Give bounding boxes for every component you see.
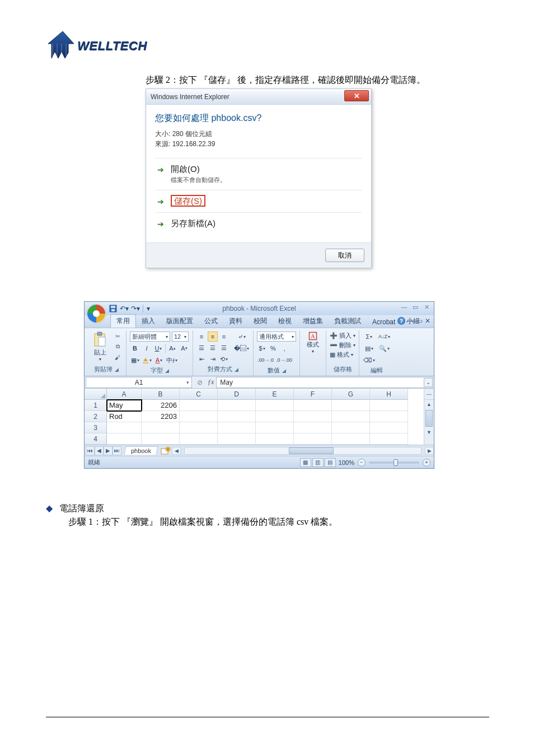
cell-e3[interactable] [256, 422, 294, 433]
cell-h4[interactable] [370, 433, 408, 445]
cell-b3[interactable] [142, 422, 180, 433]
tab-acrobat[interactable]: Acrobat [367, 316, 401, 328]
row-header-1[interactable]: 1 [85, 400, 107, 411]
tab-formulas[interactable]: 公式 [199, 315, 223, 328]
workbook-close-icon[interactable]: ✕ [425, 317, 430, 325]
col-header-f[interactable]: F [294, 389, 332, 400]
comma-button[interactable]: , [279, 343, 289, 353]
tab-loadtest[interactable]: 負載測試 [329, 315, 367, 328]
fill-color-button[interactable] [142, 355, 152, 365]
cell-b1[interactable]: 2206 [142, 400, 180, 411]
copy-icon[interactable]: ⧉ [113, 342, 123, 351]
tab-insert[interactable]: 插入 [136, 315, 161, 328]
workbook-restore-icon[interactable]: ▭ [416, 317, 423, 325]
cell-b4[interactable] [142, 433, 180, 445]
fx-icon[interactable]: ƒx [208, 378, 214, 386]
cell-styles-button[interactable]: A 樣式 ▾ [303, 332, 322, 354]
dialog-launcher-icon[interactable]: ◢ [235, 367, 238, 372]
tab-addins[interactable]: 增益集 [297, 315, 329, 328]
expand-formula-bar-icon[interactable]: ⌄ [424, 378, 433, 387]
cells-insert-button[interactable]: ➕插入▾ [330, 332, 355, 340]
hscroll-left-icon[interactable]: ◀ [172, 447, 181, 455]
wrap-text-button[interactable]: ⤶ [233, 332, 250, 342]
cut-icon[interactable]: ✂ [113, 332, 123, 340]
cell-c4[interactable] [180, 433, 218, 445]
cell-a2[interactable]: Rod [107, 411, 142, 422]
zoom-out-button[interactable]: − [358, 459, 366, 466]
dialog-launcher-icon[interactable]: ◢ [115, 367, 119, 372]
cell-g4[interactable] [332, 433, 370, 445]
cell-g3[interactable] [332, 422, 370, 433]
align-middle-icon[interactable]: ≡ [208, 332, 218, 342]
italic-button[interactable]: I [142, 343, 152, 353]
shrink-font-button[interactable]: A▾ [179, 343, 189, 353]
clear-button[interactable]: ⌫ [363, 355, 376, 365]
nav-prev-icon[interactable]: ◀ [95, 446, 104, 455]
name-box[interactable]: A1 [86, 377, 192, 388]
dialog-launcher-icon[interactable]: ◢ [165, 368, 169, 374]
fill-button[interactable]: ▤ [363, 343, 376, 353]
tab-review[interactable]: 校閱 [248, 315, 273, 328]
cell-a4[interactable] [107, 433, 142, 445]
col-header-c[interactable]: C [180, 389, 218, 400]
font-name-select[interactable]: 新細明體▾ [130, 332, 170, 342]
view-normal-icon[interactable]: ▦ [300, 458, 311, 467]
cell-a3[interactable] [107, 422, 142, 433]
number-format-select[interactable]: 通用格式▾ [257, 332, 296, 342]
insert-sheet-icon[interactable] [160, 446, 172, 455]
fx-cancel-icon[interactable]: ⊘ [195, 378, 204, 387]
cells-format-button[interactable]: ▦格式▾ [330, 351, 355, 359]
cells-delete-button[interactable]: ➖刪除▾ [330, 341, 355, 349]
sort-filter-button[interactable]: A↓Z [378, 332, 391, 342]
align-right-icon[interactable]: ☰ [219, 343, 229, 353]
minimize-icon[interactable]: — [399, 303, 409, 311]
cell-f2[interactable] [294, 411, 332, 422]
cell-f3[interactable] [294, 422, 332, 433]
col-header-g[interactable]: G [332, 389, 370, 400]
cell-g1[interactable] [332, 400, 370, 411]
orientation-icon[interactable]: ⟲ [219, 354, 229, 364]
cell-e1[interactable] [256, 400, 294, 411]
dialog-close-button[interactable]: ✕ [344, 90, 369, 101]
indent-increase-icon[interactable]: ⇥ [208, 354, 218, 364]
tab-data[interactable]: 資料 [223, 315, 248, 328]
cell-d4[interactable] [218, 433, 256, 445]
cancel-button[interactable]: 取消 [325, 249, 364, 262]
nav-first-icon[interactable]: ⏮ [86, 446, 95, 455]
hscroll-thumb[interactable] [289, 447, 334, 454]
formula-input[interactable]: May [216, 377, 433, 388]
close-icon[interactable]: ✕ [421, 303, 432, 311]
cell-c1[interactable] [180, 400, 218, 411]
tab-view[interactable]: 檢視 [273, 315, 297, 328]
tab-layout[interactable]: 版面配置 [161, 315, 199, 328]
cell-h3[interactable] [370, 422, 408, 433]
font-size-select[interactable]: 12▾ [172, 332, 189, 342]
sheet-tab-phbook[interactable]: phbook [124, 446, 158, 455]
cell-f4[interactable] [294, 433, 332, 445]
increase-decimal-icon[interactable]: .00→.0 [257, 355, 274, 365]
cell-d2[interactable] [218, 411, 256, 422]
find-select-button[interactable]: 🔍 [378, 343, 391, 353]
indent-decrease-icon[interactable]: ⇤ [196, 354, 207, 364]
align-bottom-icon[interactable]: ≡ [219, 332, 229, 342]
tab-home[interactable]: 常用 [110, 314, 136, 328]
decrease-decimal-icon[interactable]: .0→.00 [275, 355, 293, 365]
zoom-in-button[interactable]: + [423, 459, 430, 466]
cell-e4[interactable] [256, 433, 294, 445]
font-color-button[interactable]: A [154, 355, 164, 365]
horizontal-scrollbar[interactable] [184, 447, 421, 455]
cell-h1[interactable] [370, 400, 408, 411]
dialog-option-saveas[interactable]: ➔ 另存新檔(A) [155, 212, 362, 235]
col-header-e[interactable]: E [256, 389, 294, 400]
format-painter-icon[interactable]: 🖌 [113, 353, 123, 362]
autosum-button[interactable]: Σ [363, 332, 376, 342]
row-header-3[interactable]: 3 [85, 422, 107, 433]
merge-center-button[interactable]: �⿳ [233, 343, 250, 353]
align-top-icon[interactable]: ≡ [196, 332, 207, 342]
row-header-4[interactable]: 4 [85, 433, 107, 445]
cell-c3[interactable] [180, 422, 218, 433]
dialog-option-save[interactable]: ➔ 儲存(S) [155, 190, 362, 212]
underline-button[interactable]: U [153, 343, 163, 353]
cell-e2[interactable] [256, 411, 294, 422]
select-all-corner[interactable] [85, 389, 107, 400]
